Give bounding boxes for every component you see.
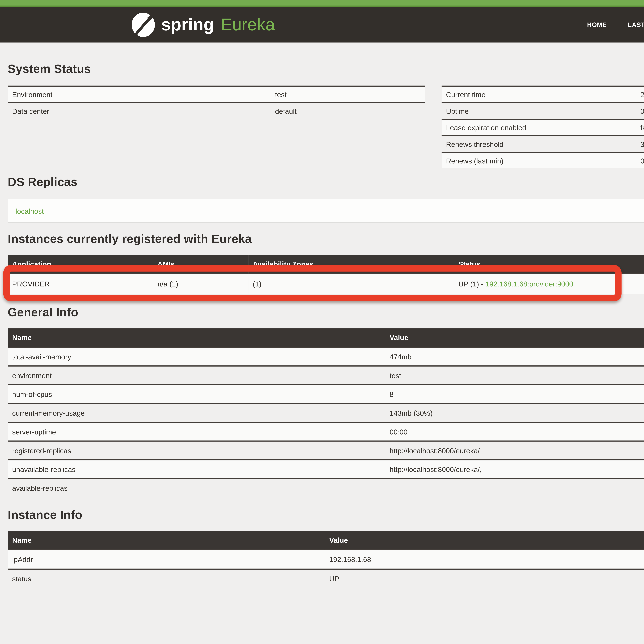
row-value: default	[271, 103, 425, 119]
table-row: current-memory-usage 143mb (30%)	[8, 404, 644, 422]
spring-leaf-icon	[131, 12, 156, 37]
row-value: http://localhost:8000/eureka/,	[385, 460, 644, 479]
system-status-table-right: Current time 2018-06-26T20:02:47 +0800 U…	[442, 86, 644, 168]
table-row: available-replicas	[8, 479, 644, 497]
column-header-amis: AMIs	[153, 255, 248, 274]
table-row: Renews threshold 3	[442, 136, 644, 152]
row-name: server-uptime	[8, 422, 385, 441]
general-info-table: Name Value total-avail-memory 474mb envi…	[8, 328, 644, 497]
row-value: 3	[636, 136, 644, 152]
table-row: num-of-cpus 8	[8, 385, 644, 404]
table-row: unavailable-replicas http://localhost:80…	[8, 460, 644, 479]
nav-home-link[interactable]: HOME	[587, 21, 607, 28]
instance-info-table: Name Value ipAddr 192.168.1.68 status UP	[8, 531, 644, 588]
row-name: total-avail-memory	[8, 347, 385, 366]
table-row: status UP	[8, 569, 644, 588]
cell-status: UP (1) - 192.168.1.68:provider:9000	[454, 274, 644, 294]
row-value: test	[271, 86, 425, 103]
table-header-row: Name Value	[8, 328, 644, 347]
top-navbar: spring Eureka HOME LAST 1000 SINCE START…	[0, 7, 644, 43]
page-content: System Status Environment test Data cent…	[0, 62, 644, 644]
nav-last-1000-link[interactable]: LAST 1000 SINCE STARTUP	[628, 21, 644, 28]
table-row: total-avail-memory 474mb	[8, 347, 644, 366]
row-value: UP	[325, 569, 644, 588]
row-value: test	[385, 366, 644, 385]
table-header-row: Name Value	[8, 531, 644, 550]
table-row: environment test	[8, 366, 644, 385]
column-header-name: Name	[8, 328, 385, 347]
table-row: registered-replicas http://localhost:800…	[8, 441, 644, 460]
table-row: Environment test	[8, 86, 425, 103]
row-name: status	[8, 569, 325, 588]
column-header-value: Value	[325, 531, 644, 550]
logo-text-eureka: Eureka	[221, 15, 275, 35]
row-name: num-of-cpus	[8, 385, 385, 404]
top-green-strip	[0, 0, 644, 7]
system-status-title: System Status	[8, 62, 644, 76]
system-status-table-left: Environment test Data center default	[8, 86, 425, 119]
instances-table-wrap: Application AMIs Availability Zones Stat…	[8, 255, 644, 294]
instances-table: Application AMIs Availability Zones Stat…	[8, 255, 644, 294]
row-value: 2018-06-26T20:02:47 +0800	[636, 86, 644, 103]
column-header-availability-zones: Availability Zones	[248, 255, 454, 274]
row-name: registered-replicas	[8, 441, 385, 460]
instance-status-link[interactable]: 192.168.1.68:provider:9000	[485, 280, 573, 288]
instances-title: Instances currently registered with Eure…	[8, 232, 644, 246]
eureka-dashboard-page: spring Eureka HOME LAST 1000 SINCE START…	[0, 0, 644, 644]
ds-replicas-title: DS Replicas	[8, 176, 644, 189]
row-value: http://localhost:8000/eureka/	[385, 441, 644, 460]
row-name: current-memory-usage	[8, 404, 385, 422]
row-name: environment	[8, 366, 385, 385]
row-value: 00:00	[636, 103, 644, 119]
row-value: false	[636, 119, 644, 136]
logo-text-spring: spring	[161, 15, 214, 35]
column-header-value: Value	[385, 328, 644, 347]
table-row: Uptime 00:00	[442, 103, 644, 119]
row-value: 474mb	[385, 347, 644, 366]
table-header-row: Application AMIs Availability Zones Stat…	[8, 255, 644, 274]
row-value: 0	[636, 152, 644, 168]
row-name: ipAddr	[8, 550, 325, 569]
cell-amis: n/a (1)	[153, 274, 248, 294]
ds-replicas-panel: localhost	[8, 199, 644, 223]
replica-link-localhost[interactable]: localhost	[15, 207, 44, 215]
row-label: Environment	[8, 86, 271, 103]
row-name: available-replicas	[8, 479, 385, 497]
general-info-title: General Info	[8, 306, 644, 320]
column-header-name: Name	[8, 531, 325, 550]
column-header-application: Application	[8, 255, 153, 274]
system-status-tables: Environment test Data center default Cur…	[8, 86, 644, 168]
cell-application: PROVIDER	[8, 274, 153, 294]
column-header-status: Status	[454, 255, 644, 274]
bottom-spacer	[8, 588, 644, 644]
row-label: Renews threshold	[442, 136, 636, 152]
table-row: Current time 2018-06-26T20:02:47 +0800	[442, 86, 644, 103]
row-value: 00:00	[385, 422, 644, 441]
row-label: Renews (last min)	[442, 152, 636, 168]
row-value: 8	[385, 385, 644, 404]
table-row: Lease expiration enabled false	[442, 119, 644, 136]
row-label: Current time	[442, 86, 636, 103]
spring-eureka-logo: spring Eureka	[131, 12, 275, 37]
row-label: Uptime	[442, 103, 636, 119]
table-row: Data center default	[8, 103, 425, 119]
row-label: Lease expiration enabled	[442, 119, 636, 136]
row-value: 143mb (30%)	[385, 404, 644, 422]
cell-availability-zones: (1)	[248, 274, 454, 294]
instance-row-provider: PROVIDER n/a (1) (1) UP (1) - 192.168.1.…	[8, 274, 644, 294]
instance-info-title: Instance Info	[8, 508, 644, 522]
table-row: Renews (last min) 0	[442, 152, 644, 168]
status-prefix: UP (1) -	[458, 280, 485, 288]
navbar-links: HOME LAST 1000 SINCE STARTUP	[587, 21, 644, 28]
table-row: ipAddr 192.168.1.68	[8, 550, 644, 569]
row-label: Data center	[8, 103, 271, 119]
row-value: 192.168.1.68	[325, 550, 644, 569]
row-value	[385, 479, 644, 497]
table-row: server-uptime 00:00	[8, 422, 644, 441]
row-name: unavailable-replicas	[8, 460, 385, 479]
